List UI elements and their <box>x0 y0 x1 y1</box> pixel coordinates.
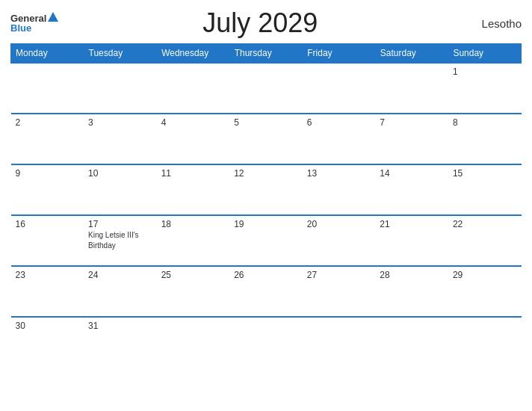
calendar-cell <box>375 63 448 114</box>
day-number: 26 <box>234 270 298 280</box>
calendar-week-row: 3031 <box>11 317 522 354</box>
day-number: 7 <box>380 117 444 128</box>
day-number: 8 <box>453 117 517 128</box>
day-number: 28 <box>380 270 444 280</box>
calendar-cell: 4 <box>157 114 230 164</box>
calendar-cell: 26 <box>229 266 303 317</box>
calendar-title: July 2029 <box>58 7 462 39</box>
day-number: 17 <box>88 219 152 229</box>
calendar-cell: 29 <box>448 266 522 317</box>
calendar-cell: 25 <box>157 266 230 317</box>
calendar-cell: 19 <box>229 215 303 266</box>
calendar-cell: 2 <box>11 114 84 164</box>
calendar-cell <box>11 63 84 114</box>
calendar-table: MondayTuesdayWednesdayThursdayFridaySatu… <box>10 43 522 354</box>
calendar-cell: 27 <box>303 266 376 317</box>
day-number: 22 <box>453 219 517 229</box>
calendar-container: General Blue July 2029 Lesotho MondayTue… <box>0 0 532 411</box>
calendar-cell: 20 <box>303 215 376 266</box>
calendar-header: General Blue July 2029 Lesotho <box>10 7 522 39</box>
calendar-cell: 16 <box>11 215 84 266</box>
weekday-header-saturday: Saturday <box>375 44 448 64</box>
calendar-cell: 8 <box>448 114 522 164</box>
calendar-cell <box>157 317 230 354</box>
day-number: 21 <box>380 219 444 229</box>
day-number: 27 <box>307 270 371 280</box>
calendar-cell: 17King Letsie III's Birthday <box>84 215 157 266</box>
calendar-cell: 15 <box>448 164 522 215</box>
day-number: 10 <box>88 168 152 179</box>
logo-flag-icon <box>48 12 58 22</box>
weekday-header-row: MondayTuesdayWednesdayThursdayFridaySatu… <box>11 44 522 64</box>
calendar-cell: 5 <box>229 114 303 164</box>
day-number: 11 <box>161 168 226 179</box>
event-label: King Letsie III's Birthday <box>88 231 139 250</box>
calendar-cell: 22 <box>448 215 522 266</box>
calendar-cell: 23 <box>11 266 84 317</box>
day-number: 9 <box>16 168 80 179</box>
day-number: 14 <box>380 168 444 179</box>
calendar-cell: 30 <box>11 317 84 354</box>
calendar-week-row: 1 <box>11 63 522 114</box>
calendar-cell: 11 <box>157 164 230 215</box>
calendar-cell: 31 <box>84 317 157 354</box>
day-number: 20 <box>307 219 371 229</box>
day-number: 30 <box>16 321 80 331</box>
calendar-cell: 13 <box>303 164 376 215</box>
calendar-cell: 21 <box>375 215 448 266</box>
weekday-header-monday: Monday <box>11 44 84 64</box>
calendar-cell: 18 <box>157 215 230 266</box>
calendar-cell: 28 <box>375 266 448 317</box>
weekday-header-wednesday: Wednesday <box>157 44 230 64</box>
calendar-week-row: 9101112131415 <box>11 164 522 215</box>
calendar-cell <box>229 317 303 354</box>
day-number: 1 <box>453 67 517 77</box>
calendar-cell <box>229 63 303 114</box>
weekday-header-thursday: Thursday <box>229 44 303 64</box>
day-number: 6 <box>307 117 371 128</box>
calendar-cell: 3 <box>84 114 157 164</box>
calendar-cell: 10 <box>84 164 157 215</box>
logo: General Blue <box>10 13 58 33</box>
calendar-cell: 6 <box>303 114 376 164</box>
calendar-cell <box>448 317 522 354</box>
day-number: 5 <box>234 117 298 128</box>
calendar-cell <box>375 317 448 354</box>
day-number: 16 <box>16 219 80 229</box>
day-number: 13 <box>307 168 371 179</box>
calendar-week-row: 1617King Letsie III's Birthday1819202122 <box>11 215 522 266</box>
calendar-week-row: 23242526272829 <box>11 266 522 317</box>
weekday-header-sunday: Sunday <box>448 44 522 64</box>
weekday-header-tuesday: Tuesday <box>84 44 157 64</box>
calendar-cell: 24 <box>84 266 157 317</box>
calendar-week-row: 2345678 <box>11 114 522 164</box>
day-number: 2 <box>16 117 80 128</box>
day-number: 4 <box>161 117 226 128</box>
day-number: 23 <box>16 270 80 280</box>
calendar-cell <box>84 63 157 114</box>
day-number: 29 <box>453 270 517 280</box>
day-number: 24 <box>88 270 152 280</box>
day-number: 18 <box>161 219 226 229</box>
logo-blue-text: Blue <box>10 23 58 33</box>
day-number: 25 <box>161 270 226 280</box>
calendar-cell <box>303 317 376 354</box>
calendar-cell <box>303 63 376 114</box>
calendar-cell <box>157 63 230 114</box>
day-number: 12 <box>234 168 298 179</box>
weekday-header-friday: Friday <box>303 44 376 64</box>
day-number: 15 <box>453 168 517 179</box>
day-number: 19 <box>234 219 298 229</box>
calendar-cell: 12 <box>229 164 303 215</box>
calendar-cell: 14 <box>375 164 448 215</box>
day-number: 3 <box>88 117 152 128</box>
calendar-country: Lesotho <box>462 17 522 30</box>
calendar-cell: 9 <box>11 164 84 215</box>
calendar-cell: 1 <box>448 63 522 114</box>
day-number: 31 <box>88 321 152 331</box>
calendar-cell: 7 <box>375 114 448 164</box>
